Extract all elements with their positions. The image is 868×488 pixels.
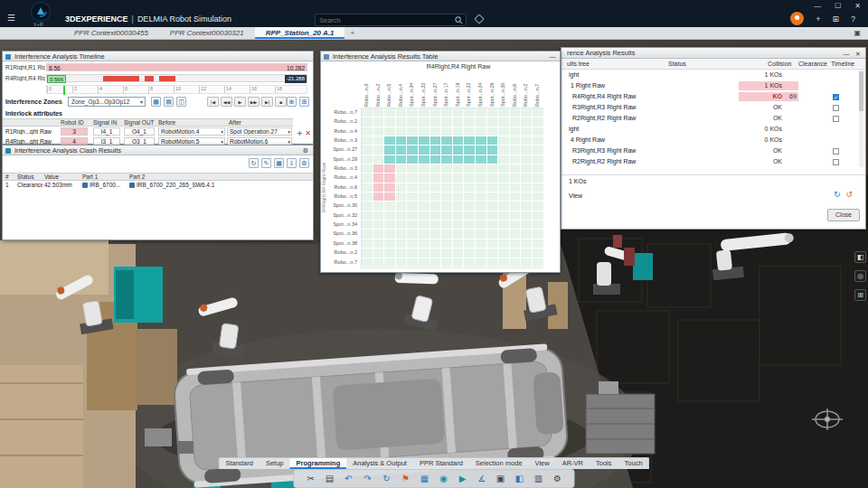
gear-icon[interactable]: ⚙ [301,146,310,155]
matrix-cell[interactable] [476,192,487,202]
matrix-cell[interactable] [407,174,419,183]
matrix-cell[interactable] [533,174,544,183]
matrix-cell[interactable] [464,145,476,155]
matrix-cell[interactable] [407,230,419,239]
matrix-cell[interactable] [407,202,419,211]
matrix-cell[interactable] [487,127,499,136]
matrix-cell[interactable] [441,239,453,249]
matrix-cell[interactable] [510,117,522,127]
matrix-cell[interactable] [498,202,510,211]
matrix-cell[interactable] [453,183,465,192]
matrix-cell[interactable] [362,164,373,174]
timeline-checkbox[interactable]: ✓ [833,94,839,100]
matrix-cell[interactable] [453,117,465,127]
matrix-cell[interactable] [521,230,533,239]
matrix-cell[interactable] [476,183,487,192]
zones-link-icon[interactable]: ◫ [176,97,186,107]
matrix-cell[interactable] [476,239,487,249]
ribbon-tab[interactable]: Standard [219,458,259,469]
matrix-cell[interactable] [533,239,544,249]
results-tree-row[interactable]: ight1 KOs [561,70,858,80]
zone-dropdown[interactable]: Zone_Op3...Op3Op12 ▾ [68,97,146,107]
results-tree-row[interactable]: ight0 KOs [561,124,858,135]
matrix-cell[interactable] [407,211,419,221]
matrix-cell[interactable] [498,127,510,136]
matrix-cell[interactable] [476,211,487,221]
matrix-cell[interactable] [487,174,499,183]
matrix-cell[interactable] [453,221,465,230]
new-tab-button[interactable]: + [344,27,360,39]
matrix-cell[interactable] [362,183,373,192]
matrix-cell[interactable] [419,202,430,211]
settings-icon[interactable]: ⚙ [551,472,565,486]
matrix-cell[interactable] [464,136,476,145]
matrix-cell[interactable] [362,155,373,164]
matrix-cell[interactable] [441,164,453,174]
matrix-cell[interactable] [384,202,396,211]
matrix-cell[interactable] [453,145,465,155]
matrix-cell[interactable] [487,221,499,230]
matrix-cell[interactable] [384,136,396,145]
ribbon-tab[interactable]: Programming [290,458,347,469]
matrix-cell[interactable] [407,127,419,136]
matrix-cell[interactable] [498,108,510,117]
matrix-cell[interactable] [476,117,487,127]
matrix-cell[interactable] [430,230,442,239]
matrix-cell[interactable] [362,136,373,145]
panel-titlebar[interactable]: Interference Analysis Timeline [3,52,313,61]
target-icon[interactable]: ◉ [437,472,451,486]
interlock-row[interactable]: R1Righ...ght Raw 3 I4_1 O4_1 RobotMotion… [3,127,293,136]
go-to-start-button[interactable]: |◀ [207,97,219,107]
matrix-cell[interactable] [476,155,487,164]
matrix-cell[interactable] [464,155,476,164]
matrix-cell[interactable] [510,136,522,145]
matrix-cell[interactable] [384,192,396,202]
matrix-cell[interactable] [407,108,419,117]
results-tree-row[interactable]: R2Right,R2 Right RawOK [561,113,858,124]
timeline-checkbox[interactable] [833,159,839,165]
matrix-cell[interactable] [362,117,373,127]
matrix-cell[interactable] [441,174,453,183]
clash-part2[interactable]: IRB_6700_220_265_SW6.4.1 [129,181,310,190]
update-icon[interactable]: ↻ [380,472,394,486]
minimize-panel-icon[interactable]: — [548,52,557,61]
matrix-cell[interactable] [373,145,385,155]
matrix-cell[interactable] [521,136,533,145]
matrix-cell[interactable] [384,145,396,155]
matrix-cell[interactable] [464,183,476,192]
ribbon-tab[interactable]: Touch [618,458,649,469]
ribbon-tab[interactable]: PPR Standard [413,458,469,469]
catalog-icon[interactable]: ▦ [418,472,432,486]
matrix-view-icon[interactable]: ⊞ [299,97,309,107]
matrix-cell[interactable] [407,249,419,258]
matrix-cell[interactable] [441,258,453,267]
ribbon-tab[interactable]: Analysis & Output [346,458,413,469]
global-search[interactable] [315,14,467,26]
play-simulation-icon[interactable]: ▶ [456,472,470,486]
search-input[interactable] [316,14,448,25]
matrix-cell[interactable] [476,174,487,183]
matrix-cell[interactable] [510,192,522,202]
matrix-cell[interactable] [464,239,476,249]
matrix-cell[interactable] [396,230,408,239]
zones-table-icon[interactable]: ▦ [151,97,161,107]
matrix-cell[interactable] [430,174,442,183]
search-icon[interactable] [455,16,463,24]
matrix-cell[interactable] [533,155,544,164]
matrix-cell[interactable] [453,258,465,267]
matrix-cell[interactable] [441,202,453,211]
matrix-cell[interactable] [362,211,373,221]
matrix-cell[interactable] [430,117,442,127]
matrix-cell[interactable] [533,136,544,145]
clash-part1[interactable]: IRB_6700... [82,181,127,190]
matrix-cell[interactable] [419,239,430,249]
ribbon-tab[interactable]: View [529,458,556,469]
matrix-cell[interactable] [464,211,476,221]
close-panel-icon[interactable]: ✕ [854,50,863,58]
minimize-window-icon[interactable]: — [814,2,821,10]
ribbon-tab[interactable]: Selection mode [469,458,529,469]
undo-icon[interactable]: ↶ [342,472,356,486]
matrix-cell[interactable] [533,221,544,230]
matrix-cell[interactable] [396,108,408,117]
matrix-cell[interactable] [373,117,385,127]
